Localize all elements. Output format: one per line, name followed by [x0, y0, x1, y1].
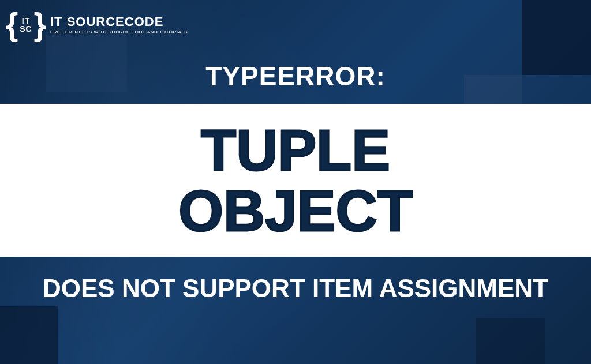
square-decoration	[46, 35, 127, 92]
highlight-band: TUPLE OBJECT	[0, 104, 591, 257]
bracket-right-icon: }	[34, 9, 46, 40]
main-text-line1: TUPLE	[201, 120, 390, 181]
banner-container: { IT SC } IT SOURCECODE FREE PROJECTS WI…	[0, 0, 591, 364]
main-text-line2: OBJECT	[178, 181, 413, 241]
logo-subtitle: FREE PROJECTS WITH SOURCE CODE AND TUTOR…	[50, 29, 188, 35]
logo-initials-line2: SC	[20, 25, 32, 33]
logo-initials-line1: IT	[20, 17, 32, 25]
logo-icon: { IT SC }	[9, 9, 43, 40]
square-decoration	[522, 0, 591, 75]
logo-text-group: IT SOURCECODE FREE PROJECTS WITH SOURCE …	[50, 14, 188, 35]
logo-initials: IT SC	[20, 17, 32, 33]
logo-area: { IT SC } IT SOURCECODE FREE PROJECTS WI…	[9, 9, 188, 40]
error-description: DOES NOT SUPPORT ITEM ASSIGNMENT	[43, 274, 548, 303]
bracket-left-icon: {	[6, 9, 18, 40]
logo-title: IT SOURCECODE	[50, 14, 188, 29]
square-decoration	[476, 318, 545, 364]
square-decoration	[0, 306, 58, 364]
error-type-heading: TYPEERROR:	[205, 61, 386, 92]
